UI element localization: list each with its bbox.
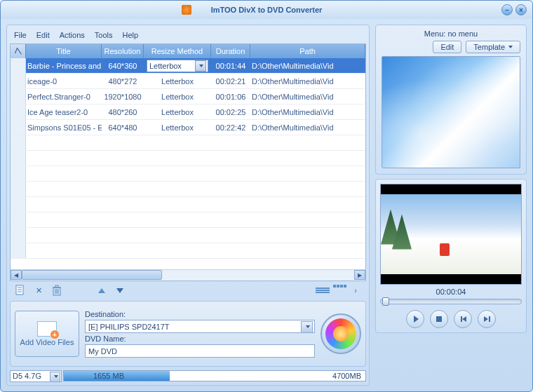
add-video-icon: [37, 321, 57, 337]
cell-resize[interactable]: Letterbox: [144, 74, 211, 88]
scroll-left-button[interactable]: ◀: [11, 270, 22, 280]
add-video-label: Add Video Files: [20, 338, 74, 346]
titlebar: ImTOO DivX to DVD Converter – ×: [1, 1, 532, 19]
play-button[interactable]: [406, 310, 424, 328]
cell-duration: 00:01:06: [211, 89, 250, 104]
app-window: ImTOO DivX to DVD Converter – × File Edi…: [0, 0, 533, 392]
burn-button[interactable]: [321, 313, 361, 354]
list-toolbar: ✕ ›: [10, 281, 366, 299]
player-panel: 00:00:04: [375, 179, 527, 333]
trash-icon[interactable]: [50, 284, 63, 297]
list-view-icon[interactable]: [316, 285, 330, 296]
seek-slider[interactable]: [380, 299, 522, 304]
cell-path: D:\Other\Multimedia\Vid: [250, 58, 365, 73]
col-check[interactable]: [11, 44, 26, 58]
cell-title: Barbie - Princess and: [26, 58, 102, 73]
table-row[interactable]: Ice Age teaser2-0480*260Letterbox00:02:2…: [11, 104, 365, 120]
cell-title: Simpsons S01E05 - E: [26, 120, 102, 135]
col-duration[interactable]: Duration: [211, 44, 250, 58]
properties-icon[interactable]: [14, 284, 27, 297]
table-row-empty: [11, 243, 365, 259]
seek-thumb[interactable]: [382, 297, 389, 306]
table-row-empty: [11, 135, 365, 151]
col-path[interactable]: Path: [250, 44, 365, 58]
cell-title: Perfect.Stranger-0: [26, 89, 102, 104]
cell-resize[interactable]: Letterbox: [144, 104, 211, 119]
table-row-empty: [11, 166, 365, 182]
remove-icon[interactable]: ✕: [32, 284, 45, 297]
menu-status-label: Menu: no menu: [382, 29, 520, 38]
cell-duration: 00:22:42: [211, 120, 250, 135]
output-panel: Add Video Files Destination: [E] PHILIPS…: [10, 301, 366, 367]
cell-resolution: 1920*1080: [102, 89, 144, 104]
play-icon: [414, 316, 419, 323]
cell-title: Ice Age teaser2-0: [26, 104, 102, 119]
chevron-down-icon: [508, 46, 513, 48]
table-row-empty: [11, 228, 365, 243]
video-preview: [380, 184, 522, 285]
scroll-right-button[interactable]: ▶: [354, 270, 365, 280]
cell-resize[interactable]: Letterbox: [144, 120, 211, 135]
destination-select[interactable]: [E] PHILIPS SPD2417T: [85, 320, 315, 333]
menu-file[interactable]: File: [14, 31, 27, 39]
cell-resolution: 480*260: [102, 104, 144, 119]
menu-help[interactable]: Help: [122, 31, 138, 39]
scroll-thumb[interactable]: [22, 270, 162, 280]
table-row[interactable]: Perfect.Stranger-01920*1080Letterbox00:0…: [11, 89, 365, 104]
stop-icon: [436, 316, 442, 322]
total-size: 4700MB: [332, 371, 361, 381]
app-icon: [182, 5, 191, 15]
table-row[interactable]: Barbie - Princess and640*360Letterbox00:…: [11, 58, 365, 74]
row-check[interactable]: [11, 120, 26, 135]
prev-button[interactable]: [454, 310, 472, 328]
minimize-button[interactable]: –: [501, 4, 513, 15]
menu-preview: [382, 56, 520, 168]
main-panel: File Edit Actions Tools Help Title Resol…: [6, 25, 370, 386]
disc-usage: D5 4.7G 1655 MB 4700MB: [10, 370, 366, 382]
move-up-icon[interactable]: [95, 284, 108, 297]
edit-menu-button[interactable]: Edit: [433, 41, 461, 53]
disc-type-select[interactable]: D5 4.7G: [10, 370, 62, 382]
row-check[interactable]: [11, 104, 26, 119]
file-table: Title Resolution Resize Method Duration …: [10, 43, 366, 281]
row-check[interactable]: [11, 74, 26, 88]
next-button[interactable]: [478, 310, 496, 328]
table-row-empty: [11, 182, 365, 197]
col-title[interactable]: Title: [26, 44, 102, 58]
stop-button[interactable]: [430, 310, 448, 328]
col-resolution[interactable]: Resolution: [102, 44, 144, 58]
cell-resolution: 640*360: [102, 58, 144, 73]
menu-edit[interactable]: Edit: [36, 31, 50, 39]
cell-duration: 00:02:21: [211, 74, 250, 88]
table-row-empty: [11, 151, 365, 166]
template-button[interactable]: Template: [466, 41, 520, 53]
burn-icon: [325, 318, 356, 349]
h-scrollbar[interactable]: ◀ ▶: [11, 269, 365, 281]
cell-path: D:\Other\Multimedia\Vid: [250, 74, 365, 88]
prev-icon: [460, 316, 466, 322]
resize-select[interactable]: Letterbox: [147, 60, 208, 72]
menu-tools[interactable]: Tools: [95, 31, 113, 39]
cell-title: iceage-0: [26, 74, 102, 88]
row-check[interactable]: [11, 58, 26, 73]
capacity-bar: 1655 MB 4700MB: [63, 370, 366, 381]
table-row[interactable]: Simpsons S01E05 - E640*480Letterbox00:22…: [11, 120, 365, 135]
toggle-panel-icon[interactable]: ›: [349, 284, 362, 297]
move-down-icon[interactable]: [114, 284, 126, 297]
menu-actions[interactable]: Actions: [60, 31, 85, 39]
close-button[interactable]: ×: [515, 4, 527, 15]
col-resize[interactable]: Resize Method: [144, 44, 211, 58]
used-size: 1655 MB: [64, 371, 365, 381]
cell-path: D:\Other\Multimedia\Vid: [250, 104, 365, 119]
row-check[interactable]: [11, 89, 26, 104]
cell-resolution: 640*480: [102, 120, 144, 135]
table-row[interactable]: iceage-0480*272Letterbox00:02:21D:\Other…: [11, 74, 365, 89]
next-icon: [484, 316, 490, 322]
cell-resize[interactable]: Letterbox: [144, 58, 211, 73]
cell-resize[interactable]: Letterbox: [144, 89, 211, 104]
cell-path: D:\Other\Multimedia\Vid: [250, 120, 365, 135]
dvdname-input[interactable]: My DVD: [85, 344, 315, 358]
add-video-button[interactable]: Add Video Files: [15, 311, 79, 357]
grid-view-icon[interactable]: [332, 285, 346, 296]
table-row-empty: [11, 197, 365, 212]
